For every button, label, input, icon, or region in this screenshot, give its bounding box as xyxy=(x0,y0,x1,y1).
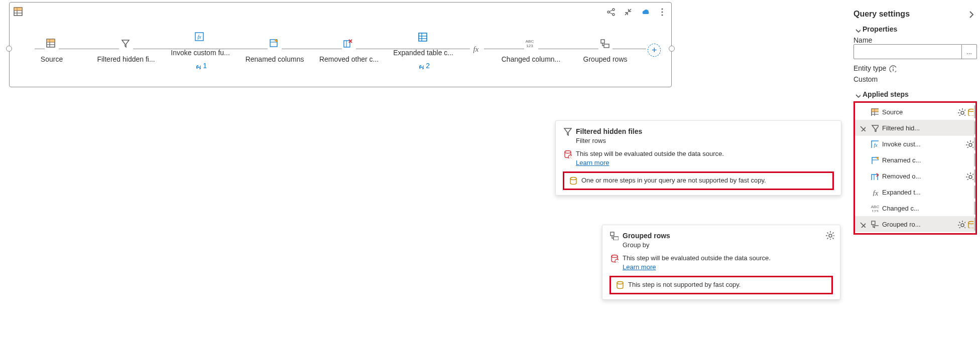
db-warn-icon xyxy=(609,254,619,263)
gear-icon[interactable] xyxy=(965,172,973,180)
query-settings-panel: Query settings Properties Name ... Entit… xyxy=(848,2,980,353)
diagram-input-port[interactable] xyxy=(6,46,12,52)
gear-icon[interactable] xyxy=(965,140,973,148)
gear-icon[interactable] xyxy=(824,229,836,241)
applied-step-grouped-rows[interactable]: Grouped ro... xyxy=(855,216,975,232)
more-icon[interactable] xyxy=(656,6,668,18)
step-label: Expanded table c... xyxy=(393,49,453,57)
x-icon[interactable] xyxy=(859,221,866,228)
diagram-output-port[interactable] xyxy=(669,46,675,52)
tooltip-title: Filtered hidden files xyxy=(576,127,642,135)
name-more-button[interactable]: ... xyxy=(962,44,977,59)
gear-icon[interactable] xyxy=(957,220,965,228)
applied-step-source[interactable]: Source xyxy=(855,104,975,120)
collapse-icon[interactable] xyxy=(622,6,634,18)
fastcopy-warning-text: This step is not supported by fast copy. xyxy=(628,280,741,289)
fastcopy-warning-box: One or more steps in your query are not … xyxy=(563,171,834,190)
db-icon xyxy=(568,176,577,185)
filter-icon xyxy=(563,127,572,136)
entity-type-value: Custom xyxy=(853,75,977,83)
info-icon[interactable] xyxy=(888,64,896,72)
step-source[interactable]: Source xyxy=(15,37,89,63)
step-label: Grouped rows xyxy=(583,55,628,63)
query-diagram: Source Filtered hidden fi... Invoke cust… xyxy=(9,2,672,87)
step-link-count[interactable]: 1 xyxy=(194,62,207,70)
db-warn-icon xyxy=(563,149,572,158)
tooltip-warning-text: This step will be evaluated outside the … xyxy=(576,150,724,157)
share-icon[interactable] xyxy=(605,6,617,18)
fastcopy-warning-text: One or more steps in your query are not … xyxy=(581,176,766,185)
db-icon xyxy=(615,280,624,289)
step-label: Filtered hidden fi... xyxy=(97,55,155,63)
applied-steps-header[interactable]: Applied steps xyxy=(853,90,977,98)
chevron-right-icon[interactable] xyxy=(965,8,977,20)
panel-title: Query settings xyxy=(853,10,910,19)
chevron-down-icon xyxy=(853,26,861,33)
step-changed-column-type[interactable]: Changed column... xyxy=(494,37,568,63)
step-renamed-columns[interactable]: Renamed columns xyxy=(237,37,312,63)
learn-more-link[interactable]: Learn more xyxy=(623,263,656,271)
step-label: Changed column... xyxy=(502,55,561,63)
step-fx[interactable] xyxy=(460,43,494,57)
gear-icon[interactable] xyxy=(957,108,965,116)
add-step[interactable]: + xyxy=(643,44,666,57)
steps-row: Source Filtered hidden fi... Invoke cust… xyxy=(15,30,666,70)
applied-step-filtered-hidden[interactable]: Filtered hid... xyxy=(855,120,975,136)
tooltip-subtitle: Group by xyxy=(609,241,833,249)
step-grouped-rows[interactable]: Grouped rows xyxy=(568,37,643,63)
name-label: Name xyxy=(853,36,977,44)
db-icon xyxy=(966,108,973,116)
tooltip-grouped-rows: Grouped rows Group by This step will be … xyxy=(602,225,840,300)
applied-steps-list: Source Filtered hid... Invoke cust... Re… xyxy=(853,101,977,235)
applied-step-invoke-custom[interactable]: Invoke cust... xyxy=(855,136,975,152)
chevron-down-icon xyxy=(853,91,861,98)
step-label: Invoke custom fu... xyxy=(171,49,230,57)
group-icon xyxy=(609,231,619,240)
table-icon[interactable] xyxy=(13,6,25,18)
name-input[interactable] xyxy=(853,44,962,59)
tooltip-subtitle: Filter rows xyxy=(563,137,834,144)
x-icon[interactable] xyxy=(859,124,866,131)
properties-header[interactable]: Properties xyxy=(853,25,977,33)
tooltip-title: Grouped rows xyxy=(623,232,670,240)
cloud-icon[interactable] xyxy=(639,6,651,18)
step-expanded-table[interactable]: Expanded table c... 2 xyxy=(386,31,460,70)
applied-step-changed-column[interactable]: Changed c... xyxy=(855,200,975,216)
applied-step-removed-other[interactable]: Removed o... xyxy=(855,168,975,184)
applied-step-renamed[interactable]: Renamed c... xyxy=(855,152,975,168)
tooltip-filtered-hidden-files: Filtered hidden files Filter rows This s… xyxy=(555,120,841,196)
plus-icon[interactable]: + xyxy=(648,44,661,57)
step-invoke-custom-fn[interactable]: Invoke custom fu... 1 xyxy=(163,31,237,70)
step-filtered-hidden[interactable]: Filtered hidden fi... xyxy=(89,37,163,63)
step-label: Renamed columns xyxy=(246,55,304,63)
entity-type-label: Entity type xyxy=(853,64,977,72)
db-icon xyxy=(966,220,973,228)
applied-step-expanded-table[interactable]: Expanded t... xyxy=(855,184,975,200)
step-label: Removed other c... xyxy=(319,55,379,63)
tooltip-warning-text: This step will be evaluated outside the … xyxy=(623,254,771,262)
step-removed-other-columns[interactable]: Removed other c... xyxy=(312,37,386,63)
step-label: Source xyxy=(41,55,63,63)
learn-more-link[interactable]: Learn more xyxy=(576,159,609,166)
fastcopy-warning-box: This step is not supported by fast copy. xyxy=(609,276,833,294)
step-link-count[interactable]: 2 xyxy=(417,62,430,70)
